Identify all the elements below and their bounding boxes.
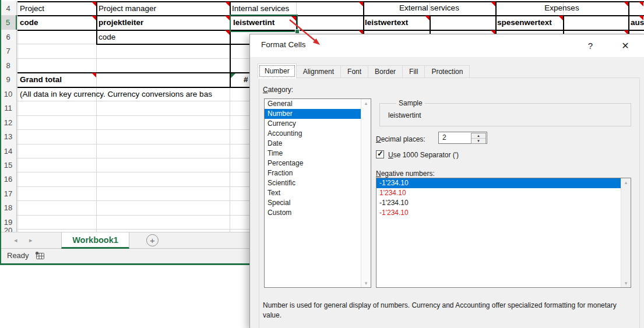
selected-cell-border — [230, 15, 298, 32]
scroll-down-icon[interactable]: ▾ — [361, 280, 371, 286]
use-1000-separator-checkbox[interactable]: ✓ — [376, 150, 384, 158]
category-item-scientific[interactable]: Scientific — [265, 178, 371, 188]
sheet-tab-workbook1[interactable]: Workbook1 — [61, 232, 129, 249]
category-item-fraction[interactable]: Fraction — [265, 168, 371, 178]
cell-A5[interactable]: code — [20, 17, 38, 29]
cell-E4[interactable]: External services — [363, 2, 495, 14]
cell-B5[interactable]: projektleiter — [98, 17, 143, 29]
category-description: Number is used for general display of nu… — [263, 301, 630, 320]
tab-protection[interactable]: Protection — [424, 65, 470, 78]
negative-scrollbar[interactable]: ▴ ▾ — [621, 178, 631, 287]
negative-format-option-4[interactable]: -1'234.10 — [376, 208, 631, 218]
scroll-down-icon[interactable]: ▾ — [621, 280, 631, 286]
category-item-date[interactable]: Date — [265, 139, 371, 149]
negative-format-option-2[interactable]: 1'234.10 — [376, 188, 631, 198]
tab-alignment[interactable]: Alignment — [296, 65, 341, 78]
fill-handle[interactable] — [295, 29, 300, 34]
comment-indicator-icon — [225, 30, 230, 35]
cell-A10[interactable]: (All data in key currency. Currency conv… — [20, 89, 212, 100]
spinner-down-icon[interactable]: ▼ — [471, 139, 485, 143]
check-icon: ✓ — [377, 149, 383, 158]
row-header-8[interactable]: 8 — [0, 58, 17, 72]
grid-line — [17, 30, 644, 31]
close-icon[interactable]: ✕ — [616, 37, 635, 54]
row-header-6[interactable]: 6 — [0, 30, 17, 44]
prev-sheet-icon[interactable]: ◂ — [14, 237, 17, 244]
negative-numbers-listbox[interactable]: -1'234.101'234.10-1'234.10-1'234.10 ▴ ▾ — [376, 178, 631, 288]
cell-I5[interactable]: aus — [631, 17, 644, 29]
comment-indicator-icon — [225, 16, 230, 20]
row-header-16[interactable]: 16 — [0, 172, 17, 186]
row-header-9[interactable]: 9 — [0, 72, 17, 87]
category-item-accounting[interactable]: Accounting — [265, 129, 371, 139]
comment-indicator-icon — [92, 16, 96, 20]
row-header-14[interactable]: 14 — [0, 144, 17, 158]
number-tab-page: Category: GeneralNumberCurrencyAccountin… — [259, 77, 640, 328]
decimal-places-input[interactable]: 2 ▲ ▼ — [438, 132, 487, 144]
row-header-5[interactable]: 5 — [0, 15, 17, 30]
cell-E5[interactable]: leistwertext — [365, 17, 408, 29]
tab-number[interactable]: Number — [258, 64, 297, 79]
category-item-general[interactable]: General — [265, 99, 371, 109]
cell-G5[interactable]: spesenwertext — [497, 17, 552, 29]
row-header-12[interactable]: 12 — [0, 115, 17, 129]
category-item-special[interactable]: Special — [265, 198, 371, 208]
status-text: Ready — [7, 251, 29, 260]
tab-fill[interactable]: Fill — [402, 65, 425, 78]
grid-line — [17, 72, 250, 73]
cell-B6[interactable]: code — [98, 31, 115, 43]
comment-indicator-icon — [225, 2, 230, 6]
row-header-15[interactable]: 15 — [0, 158, 17, 172]
row-header-13[interactable]: 13 — [0, 129, 17, 144]
row-header-10[interactable]: 10 — [0, 87, 17, 101]
negative-format-option-1[interactable]: -1'234.10 — [376, 178, 631, 188]
tab-font[interactable]: Font — [340, 65, 368, 78]
cell-A9[interactable]: Grand total — [20, 74, 62, 86]
window-edge — [0, 263, 250, 265]
comment-indicator-icon — [558, 16, 563, 20]
help-icon[interactable]: ? — [581, 37, 600, 54]
next-sheet-icon[interactable]: ▸ — [29, 237, 33, 244]
cell-G4[interactable]: Expenses — [495, 2, 628, 14]
negative-format-option-3[interactable]: -1'234.10 — [376, 198, 631, 208]
use-1000-separator-label: Use 1000 Separator (') — [388, 151, 459, 159]
spinner-up-icon[interactable]: ▲ — [471, 133, 485, 139]
cell-B4[interactable]: Project manager — [98, 3, 156, 15]
row-header-18[interactable]: 18 — [0, 200, 17, 215]
category-item-custom[interactable]: Custom — [265, 208, 371, 218]
scroll-up-icon[interactable]: ▴ — [621, 179, 631, 185]
row-header-7[interactable]: 7 — [0, 44, 17, 58]
category-item-number[interactable]: Number — [265, 109, 371, 119]
status-bar: Ready — [0, 249, 250, 263]
grid-line — [17, 15, 644, 16]
decimal-places-value: 2 — [442, 133, 446, 142]
category-item-percentage[interactable]: Percentage — [265, 158, 371, 168]
tab-border[interactable]: Border — [368, 65, 403, 78]
cell-C9[interactable]: # — [244, 74, 248, 86]
comment-indicator-icon — [425, 16, 430, 20]
scroll-up-icon[interactable]: ▴ — [361, 100, 371, 106]
cell-A4[interactable]: Project — [20, 3, 44, 15]
grid-line — [96, 1, 97, 44]
sample-value: leistwertint — [388, 111, 421, 119]
cell-C4[interactable]: Internal services — [232, 3, 289, 15]
category-scrollbar[interactable]: ▴ ▾ — [361, 99, 371, 287]
category-listbox[interactable]: GeneralNumberCurrencyAccountingDateTimeP… — [264, 98, 371, 288]
negative-numbers-label: Negative numbers: — [376, 170, 435, 178]
spinner-buttons: ▲ ▼ — [471, 133, 486, 144]
new-sheet-button[interactable]: + — [146, 234, 159, 246]
row-header-11[interactable]: 11 — [0, 101, 17, 115]
dialog-tab-strip: NumberAlignmentFontBorderFillProtection — [258, 63, 469, 78]
category-item-text[interactable]: Text — [265, 188, 371, 198]
category-label: Category: — [263, 86, 293, 94]
decimal-places-label: Decimal places: — [376, 135, 425, 143]
dialog-titlebar[interactable]: Format Cells ? ✕ — [250, 34, 644, 57]
comment-indicator-icon — [639, 2, 643, 6]
row-header-17[interactable]: 17 — [0, 186, 17, 200]
row-header-4[interactable]: 4 — [0, 1, 17, 15]
formula-error-indicator-icon — [231, 73, 235, 78]
macro-record-icon[interactable] — [35, 251, 45, 263]
category-item-time[interactable]: Time — [265, 149, 371, 158]
comment-indicator-icon — [92, 2, 96, 6]
category-item-currency[interactable]: Currency — [265, 119, 371, 129]
